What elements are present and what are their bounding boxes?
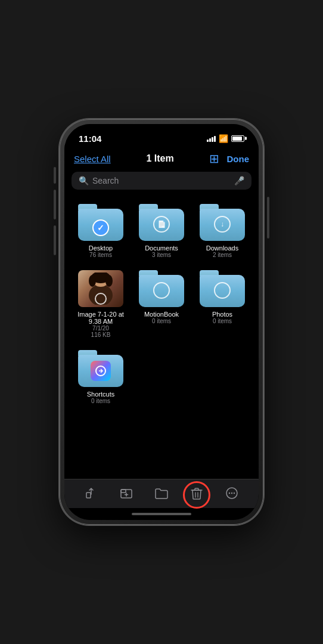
more-nav-item[interactable] (220, 484, 243, 506)
toolbar-title: 1 Item (146, 153, 173, 164)
search-input[interactable]: Search (92, 176, 231, 185)
folder-icon-desktop: ✓ (78, 204, 123, 241)
home-bar (132, 513, 191, 515)
file-count-desktop: 76 items (89, 252, 112, 258)
folder-icon-documents: 📄 (139, 204, 184, 241)
file-item-motionbook[interactable]: MotionBook 0 items (132, 265, 191, 343)
file-item-documents[interactable]: 📄 Documents 3 items (132, 199, 191, 263)
file-count-motionbook: 0 items (152, 318, 171, 324)
status-time: 11:04 (79, 134, 101, 144)
folder-emblem-documents: 📄 (153, 216, 170, 233)
power-button[interactable] (267, 197, 269, 239)
search-icon: 🔍 (79, 176, 89, 185)
mic-icon[interactable]: 🎤 (234, 176, 244, 185)
signal-icon (207, 135, 216, 142)
svg-point-5 (105, 275, 113, 287)
svg-point-13 (234, 493, 235, 494)
toolbar-right: ⊞ Done (209, 151, 249, 166)
mute-button[interactable] (54, 167, 56, 184)
volume-up-button[interactable] (54, 190, 56, 219)
battery-icon (231, 135, 244, 142)
svg-point-4 (89, 275, 96, 287)
file-grid-container: ✓ Desktop 76 items (64, 194, 259, 479)
file-name-shortcuts: Shortcuts (87, 391, 114, 398)
file-item-downloads[interactable]: ↓ Downloads 2 items (193, 199, 251, 263)
file-count-documents: 3 items (152, 252, 171, 258)
file-count-shortcuts: 0 items (91, 398, 110, 404)
file-name-image: Image 7-1-20 at 9.38 AM (74, 311, 128, 325)
folder-nav-icon (154, 487, 169, 503)
wifi-icon: 📶 (219, 134, 228, 143)
more-icon (225, 487, 238, 503)
shortcuts-icon-svg (95, 365, 107, 377)
grid-view-icon[interactable]: ⊞ (209, 151, 219, 166)
file-item-shortcuts[interactable]: Shortcuts 0 items (72, 345, 130, 409)
share-nav-item[interactable] (80, 484, 103, 506)
file-item-desktop[interactable]: ✓ Desktop 76 items (72, 199, 130, 263)
file-item-photos[interactable]: Photos 0 items (193, 265, 251, 343)
phone-frame: 11:04 📶 Select All 1 Ite (60, 119, 263, 525)
select-all-button[interactable]: Select All (74, 154, 111, 164)
share-icon (85, 487, 98, 503)
folder-nav-item[interactable] (150, 484, 173, 506)
delete-nav-item[interactable] (185, 484, 208, 506)
home-indicator (64, 508, 259, 520)
file-grid: ✓ Desktop 76 items (64, 194, 259, 414)
done-button[interactable]: Done (226, 154, 249, 164)
file-name-motionbook: MotionBook (144, 311, 179, 318)
file-count-downloads: 2 items (213, 252, 232, 258)
folder-emblem-downloads: ↓ (214, 216, 231, 233)
file-name-photos: Photos (212, 311, 232, 318)
folder-icon-downloads: ↓ (200, 204, 245, 241)
file-date-image: 7/1/20 (92, 325, 109, 332)
search-bar[interactable]: 🔍 Search 🎤 (72, 172, 251, 190)
folder-icon-photos (200, 270, 245, 307)
status-icons: 📶 (207, 134, 244, 143)
svg-point-11 (229, 493, 230, 494)
bottom-nav (64, 479, 259, 508)
file-count-photos: 0 items (213, 318, 232, 324)
trash-icon (190, 487, 203, 503)
folder-emblem-photos (214, 282, 231, 299)
file-name-desktop: Desktop (89, 244, 113, 252)
svg-point-12 (231, 493, 232, 494)
add-nav-item[interactable] (115, 484, 138, 506)
svg-rect-7 (86, 493, 91, 498)
toolbar: Select All 1 Item ⊞ Done (64, 148, 259, 169)
shortcuts-app-icon (91, 361, 111, 381)
image-select-ring (95, 293, 107, 305)
file-item-image[interactable]: Image 7-1-20 at 9.38 AM 7/1/20 116 KB (72, 265, 130, 343)
file-name-downloads: Downloads (206, 244, 238, 252)
folder-check-desktop: ✓ (92, 219, 109, 236)
notch (123, 124, 200, 140)
folder-emblem-motionbook (153, 282, 170, 299)
folder-icon-shortcuts (78, 350, 123, 387)
add-icon (120, 487, 133, 503)
phone-screen: 11:04 📶 Select All 1 Ite (64, 124, 259, 520)
svg-rect-9 (121, 490, 126, 493)
folder-icon-motionbook (139, 270, 184, 307)
volume-down-button[interactable] (54, 225, 56, 255)
image-thumbnail (78, 270, 123, 307)
file-name-documents: Documents (145, 244, 178, 252)
file-size-image: 116 KB (91, 332, 111, 338)
